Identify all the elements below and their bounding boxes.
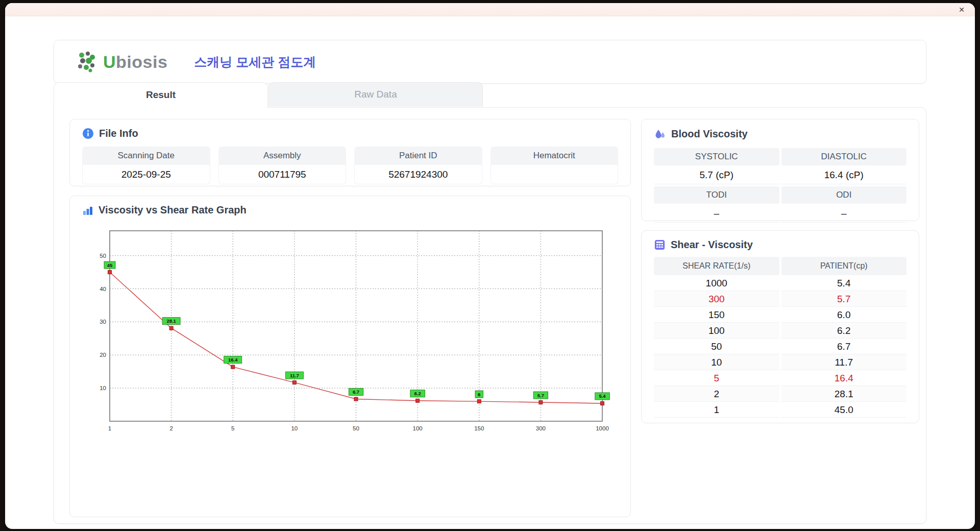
table-row: 3005.7 bbox=[654, 291, 906, 307]
shear-rate-cell: 100 bbox=[654, 323, 779, 339]
file-info-col-assembly: Assembly 000711795 bbox=[218, 147, 347, 184]
diastolic-header: DIASTOLIC bbox=[781, 148, 907, 165]
svg-text:6.2: 6.2 bbox=[414, 391, 421, 396]
svg-text:11.7: 11.7 bbox=[290, 373, 299, 378]
file-info-title: File Info bbox=[99, 128, 138, 139]
logo-mark-icon bbox=[76, 51, 99, 73]
odi-value: – bbox=[781, 204, 907, 223]
file-info-col-patient-id: Patient ID 52671924300 bbox=[354, 147, 482, 184]
bar-chart-icon bbox=[82, 205, 93, 216]
svg-text:30: 30 bbox=[100, 319, 106, 325]
diastolic-value: 16.4 (cP) bbox=[781, 165, 907, 184]
patient-viscosity-cell: 6.2 bbox=[781, 323, 907, 339]
shear-viscosity-title: Shear - Viscosity bbox=[671, 239, 753, 251]
table-row: 1506.0 bbox=[654, 307, 906, 323]
table-row: 10005.4 bbox=[654, 275, 906, 291]
content-panel: File Info Scanning Date 2025-09-25 Assem… bbox=[54, 107, 926, 524]
patient-viscosity-cell: 6.0 bbox=[781, 307, 907, 323]
shear-rate-cell: 2 bbox=[654, 386, 779, 402]
close-icon[interactable]: × bbox=[955, 4, 968, 16]
shear-rate-cell: 150 bbox=[654, 307, 779, 323]
app-window: × Ubiosis 스캐닝 모세관 점도계 Result bbox=[5, 3, 975, 529]
systolic-value: 5.7 (cP) bbox=[654, 165, 779, 184]
svg-text:1: 1 bbox=[108, 425, 111, 431]
viscosity-chart: 1020304050125105010015030010004528.116.4… bbox=[84, 225, 617, 437]
svg-text:6: 6 bbox=[478, 392, 480, 397]
odi-header: ODI bbox=[781, 186, 907, 204]
field-value: 52671924300 bbox=[354, 165, 482, 184]
shear-rate-cell: 1000 bbox=[654, 275, 779, 291]
field-label: Assembly bbox=[218, 147, 347, 165]
droplets-icon bbox=[654, 128, 666, 140]
table-row: 145.0 bbox=[654, 402, 906, 418]
file-info-col-hematocrit: Hematocrit bbox=[491, 147, 619, 184]
blood-viscosity-card: Blood Viscosity SYSTOLIC DIASTOLIC 5.7 (… bbox=[641, 119, 919, 221]
svg-text:5.4: 5.4 bbox=[599, 393, 606, 399]
graph-title: Viscosity vs Shear Rate Graph bbox=[99, 204, 247, 216]
shear-rate-cell: 50 bbox=[654, 339, 779, 354]
tab-result[interactable]: Result bbox=[54, 82, 268, 108]
logo-text-rest: biosis bbox=[116, 52, 167, 71]
info-icon bbox=[82, 128, 94, 139]
todi-header: TODI bbox=[654, 186, 779, 204]
file-info-grid: Scanning Date 2025-09-25 Assembly 000711… bbox=[70, 144, 630, 184]
svg-text:45: 45 bbox=[107, 262, 113, 268]
shear-rate-cell: 1 bbox=[654, 402, 779, 418]
svg-text:6.7: 6.7 bbox=[353, 389, 359, 395]
page-title: 스캐닝 모세관 점도계 bbox=[194, 54, 316, 70]
svg-text:100: 100 bbox=[413, 425, 423, 431]
table-row: 1006.2 bbox=[654, 323, 906, 339]
svg-text:10: 10 bbox=[291, 425, 298, 431]
todi-value: – bbox=[654, 204, 779, 223]
patient-column-header: PATIENT(cp) bbox=[781, 257, 907, 275]
patient-viscosity-cell: 28.1 bbox=[781, 386, 907, 402]
svg-text:1000: 1000 bbox=[596, 425, 609, 431]
shear-rate-cell: 300 bbox=[654, 291, 779, 307]
field-value: 000711795 bbox=[218, 165, 347, 184]
svg-text:2: 2 bbox=[169, 425, 173, 431]
table-row: 228.1 bbox=[654, 386, 906, 402]
svg-text:50: 50 bbox=[353, 425, 359, 431]
patient-viscosity-cell: 5.4 bbox=[781, 275, 907, 291]
svg-text:50: 50 bbox=[100, 253, 106, 259]
tab-raw-data[interactable]: Raw Data bbox=[268, 82, 483, 107]
svg-text:20: 20 bbox=[100, 352, 106, 358]
patient-viscosity-cell: 45.0 bbox=[781, 402, 907, 418]
field-label: Hematocrit bbox=[491, 147, 619, 165]
field-value: 2025-09-25 bbox=[82, 165, 210, 184]
field-label: Patient ID bbox=[354, 147, 482, 165]
systolic-header: SYSTOLIC bbox=[654, 148, 779, 165]
svg-text:5.7: 5.7 bbox=[537, 393, 544, 398]
table-row: 1011.7 bbox=[654, 354, 906, 370]
shear-rate-cell: 5 bbox=[654, 370, 779, 386]
logo-text-accent: U bbox=[103, 52, 116, 71]
shear-rate-column-header: SHEAR RATE(1/s) bbox=[654, 257, 779, 275]
svg-text:5: 5 bbox=[231, 425, 234, 431]
patient-viscosity-cell: 16.4 bbox=[781, 370, 907, 386]
patient-viscosity-cell: 6.7 bbox=[781, 339, 907, 354]
svg-text:16.4: 16.4 bbox=[228, 357, 238, 363]
table-row: 506.7 bbox=[654, 339, 906, 354]
field-value bbox=[491, 165, 619, 184]
patient-viscosity-cell: 11.7 bbox=[781, 354, 907, 370]
svg-text:300: 300 bbox=[536, 425, 546, 431]
svg-text:10: 10 bbox=[100, 385, 106, 391]
blood-viscosity-table: SYSTOLIC DIASTOLIC 5.7 (cP) 16.4 (cP) TO… bbox=[642, 145, 919, 223]
shear-rate-cell: 10 bbox=[654, 354, 779, 370]
file-info-card: File Info Scanning Date 2025-09-25 Assem… bbox=[69, 119, 631, 186]
shear-table-body: 10005.43005.71506.01006.2506.71011.7516.… bbox=[654, 275, 906, 418]
file-info-col-scanning-date: Scanning Date 2025-09-25 bbox=[82, 147, 210, 184]
svg-text:28.1: 28.1 bbox=[166, 318, 176, 324]
viscosity-graph-card: Viscosity vs Shear Rate Graph 1020304050… bbox=[69, 196, 631, 517]
shear-viscosity-table: SHEAR RATE(1/s) PATIENT(cp) 10005.43005.… bbox=[642, 256, 919, 418]
field-label: Scanning Date bbox=[82, 147, 210, 165]
blood-viscosity-title: Blood Viscosity bbox=[671, 128, 748, 140]
svg-text:150: 150 bbox=[474, 425, 484, 431]
shear-viscosity-card: Shear - Viscosity SHEAR RATE(1/s) PATIEN… bbox=[641, 230, 919, 423]
table-row: 516.4 bbox=[654, 370, 906, 386]
app-logo: Ubiosis bbox=[76, 51, 167, 73]
svg-text:40: 40 bbox=[100, 286, 106, 292]
grid-table-icon bbox=[654, 239, 666, 251]
patient-viscosity-cell: 5.7 bbox=[781, 291, 907, 307]
title-bar: × bbox=[5, 3, 975, 16]
